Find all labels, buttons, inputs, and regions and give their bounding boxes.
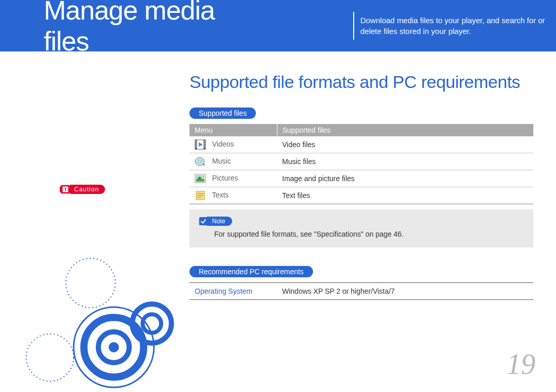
header-banner: Manage media files Download media files …: [0, 0, 556, 51]
text-icon: [195, 190, 206, 201]
svg-rect-18: [196, 141, 197, 142]
svg-rect-19: [196, 142, 197, 144]
table-row: Operating System Windows XP SP 2 or high…: [189, 283, 533, 300]
cell-supported: Video files: [277, 136, 533, 153]
note-box: Note For supported file formats, see "Sp…: [189, 209, 533, 247]
pc-req-pill: Recommended PC requirements: [189, 266, 313, 277]
svg-point-10: [98, 332, 129, 363]
table-row: Pictures Image and picture files: [189, 170, 533, 187]
col-menu: Menu: [189, 124, 277, 136]
cell-menu: Pictures: [212, 174, 238, 182]
svg-point-14: [26, 334, 74, 381]
note-text: For supported file formats, see "Specifi…: [214, 230, 524, 238]
table-row: Music Music files: [189, 153, 533, 170]
svg-rect-21: [196, 147, 197, 148]
cell-menu: Texts: [212, 191, 229, 199]
cell-menu: Music: [212, 157, 231, 165]
svg-rect-23: [204, 142, 205, 144]
svg-point-11: [109, 342, 119, 352]
cell-menu: Videos: [212, 140, 234, 148]
svg-rect-20: [196, 145, 197, 146]
page-number: 19: [507, 348, 535, 381]
main-content: Supported file formats and PC requiremen…: [0, 51, 556, 320]
svg-rect-38: [199, 217, 207, 225]
svg-rect-30: [196, 179, 204, 182]
os-label: Operating System: [189, 283, 277, 300]
supported-files-table: Menu Supported files Videos Vide: [189, 124, 533, 204]
cell-supported: Image and picture files: [277, 170, 533, 187]
header-divider: [353, 12, 354, 40]
table-row: Texts Text files: [189, 187, 533, 204]
svg-point-28: [198, 161, 201, 163]
section-title: Supported file formats and PC requiremen…: [189, 72, 535, 92]
picture-icon: [195, 173, 206, 184]
note-label: Note: [207, 217, 232, 226]
os-value: Windows XP SP 2 or higher/Vista/7: [277, 283, 533, 300]
col-supported: Supported files: [277, 124, 533, 136]
cell-supported: Text files: [277, 187, 533, 204]
page-subtitle: Download media files to your player, and…: [360, 15, 556, 37]
music-icon: [195, 156, 206, 167]
svg-rect-22: [204, 141, 205, 142]
svg-point-33: [202, 176, 204, 178]
video-icon: [195, 139, 206, 150]
page-title: Manage media files: [44, 0, 245, 57]
pc-requirements-table: Operating System Windows XP SP 2 or high…: [189, 282, 533, 300]
table-row: Videos Video files: [189, 136, 533, 153]
supported-files-pill: Supported files: [189, 108, 256, 119]
cell-supported: Music files: [277, 153, 533, 170]
decor-dotted-bottom: [22, 329, 78, 386]
svg-point-9: [84, 317, 144, 377]
svg-rect-24: [204, 145, 205, 146]
svg-rect-25: [204, 147, 205, 148]
